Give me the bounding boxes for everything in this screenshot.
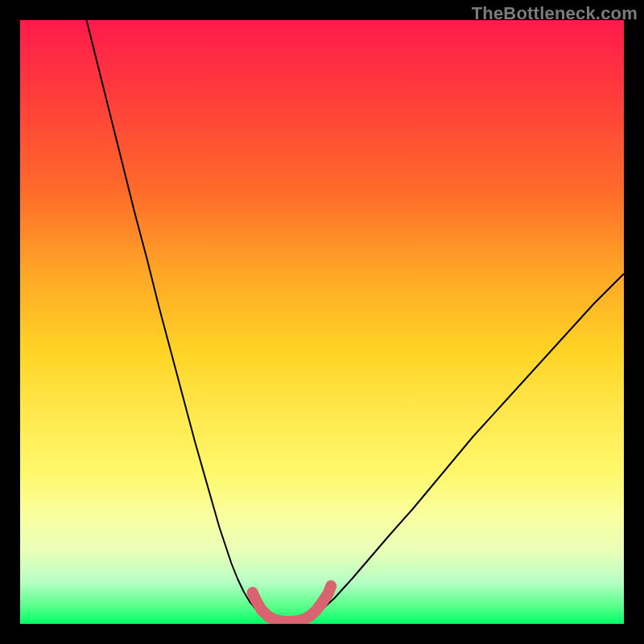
- watermark-text: TheBottleneck.com: [472, 3, 638, 24]
- curve-valley-highlight: [253, 586, 332, 621]
- curve-right-branch: [310, 274, 624, 618]
- curve-left-branch: [87, 20, 268, 618]
- chart-frame: TheBottleneck.com: [0, 0, 644, 644]
- curve-layer: [20, 20, 624, 624]
- plot-area: [20, 20, 624, 624]
